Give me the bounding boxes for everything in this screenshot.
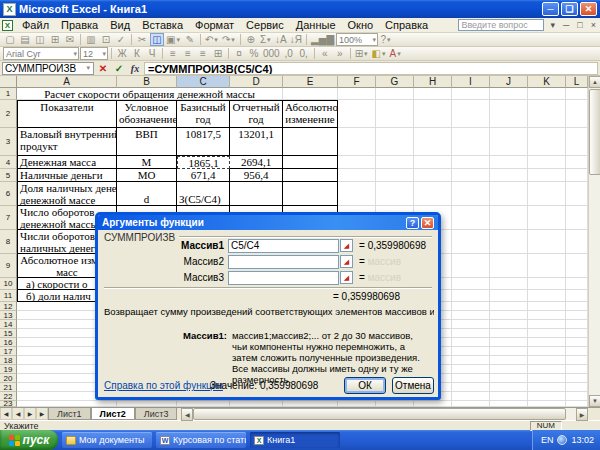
cell-L12[interactable] [566, 302, 588, 311]
merge-center-icon[interactable]: ⊞ [211, 47, 225, 60]
cancel-formula-icon[interactable]: ✕ [96, 62, 110, 75]
email-icon[interactable]: ✉ [63, 33, 77, 46]
dropdown-arrow-icon[interactable]: ▾ [386, 34, 392, 46]
copy-icon[interactable]: ◫ [150, 33, 164, 46]
cell-J20[interactable] [490, 374, 528, 383]
cell-D23[interactable] [230, 401, 283, 407]
cell-H23[interactable] [414, 401, 452, 407]
cell-C4[interactable]: 1865,1 [177, 156, 230, 169]
dropdown-arrow-icon[interactable]: ▾ [381, 48, 387, 60]
decrease-decimal-icon[interactable]: 0, [297, 47, 311, 60]
workbook-restore-icon[interactable]: □ [575, 19, 584, 31]
dropdown-arrow-icon[interactable]: ▾ [213, 34, 219, 46]
row-header-17[interactable]: 17 [0, 347, 17, 356]
insert-function-icon[interactable]: fx [128, 62, 142, 75]
range-selector-icon[interactable]: ◢ [340, 255, 353, 268]
cell-L9[interactable] [566, 254, 588, 278]
range-selector-icon[interactable]: ◢ [340, 271, 353, 284]
cell-J18[interactable] [490, 356, 528, 365]
cell-L3[interactable] [566, 128, 588, 156]
cell-J10[interactable] [490, 278, 528, 290]
cell-B5[interactable]: МО [117, 169, 177, 182]
cell-B4[interactable]: М [117, 156, 177, 169]
question-box[interactable]: Введите вопрос [458, 19, 544, 31]
array3-input[interactable] [228, 271, 339, 285]
cell-F1[interactable] [338, 88, 376, 100]
cell-F4[interactable] [338, 156, 376, 169]
cell-F3[interactable] [338, 128, 376, 156]
cell-I15[interactable] [452, 329, 490, 338]
cell-C5[interactable]: 671,4 [177, 169, 230, 182]
cell-K7[interactable] [528, 206, 566, 230]
cell-L4[interactable] [566, 156, 588, 169]
function-help-link[interactable]: Справка по этой функции [104, 380, 223, 391]
cell-L11[interactable] [566, 290, 588, 302]
cell-C2[interactable]: Базисный год [177, 100, 230, 128]
cell-C3[interactable]: 10817,5 [177, 128, 230, 156]
col-header-H[interactable]: H [414, 76, 452, 88]
cell-J14[interactable] [490, 320, 528, 329]
print-icon[interactable]: ▥ [84, 33, 98, 46]
cell-E1[interactable] [283, 88, 338, 100]
cell-I17[interactable] [452, 347, 490, 356]
select-all-corner[interactable] [0, 76, 17, 88]
cell-C23[interactable] [177, 401, 230, 407]
borders-icon[interactable]: ⊞▾ [354, 47, 370, 60]
cell-I16[interactable] [452, 338, 490, 347]
menu-item-2[interactable]: Правка [55, 18, 104, 32]
permission-icon[interactable]: ⊞ [48, 33, 62, 46]
menu-item-5[interactable]: Формат [189, 18, 240, 32]
cell-B2[interactable]: Условное обозначение [117, 100, 177, 128]
restore-button[interactable]: ❏ [561, 2, 578, 16]
sort-ascending-icon[interactable]: ↓А [274, 33, 288, 46]
cell-K13[interactable] [528, 311, 566, 320]
cell-L18[interactable] [566, 356, 588, 365]
sheet-tab-3[interactable]: Лист3 [135, 408, 178, 420]
workbook-close-icon[interactable]: × [589, 19, 598, 31]
row-header-14[interactable]: 14 [0, 320, 17, 329]
row-header-10[interactable]: 10 [0, 278, 17, 290]
cell-K5[interactable] [528, 169, 566, 182]
dropdown-arrow-icon[interactable]: ▾ [230, 34, 236, 46]
dropdown-arrow-icon[interactable]: ▾ [363, 48, 369, 60]
cell-K10[interactable] [528, 278, 566, 290]
cell-I5[interactable] [452, 169, 490, 182]
hyperlink-icon[interactable]: ⊕ [244, 33, 258, 46]
cell-E3[interactable] [283, 128, 338, 156]
format-painter-icon[interactable]: ✎ [183, 33, 197, 46]
cell-J13[interactable] [490, 311, 528, 320]
language-indicator[interactable]: EN [541, 435, 554, 445]
cell-I21[interactable] [452, 383, 490, 392]
cell-D2[interactable]: Отчетный год [230, 100, 283, 128]
tab-scroll-prev-icon[interactable]: ◀ [12, 408, 24, 420]
underline-button[interactable]: Ч [145, 47, 159, 60]
font-color-icon[interactable]: А▾ [389, 47, 403, 60]
row-header-11[interactable]: 11 [0, 290, 17, 302]
cell-K21[interactable] [528, 383, 566, 392]
align-center-icon[interactable]: ≡ [181, 47, 195, 60]
help-icon[interactable]: ?▾ [379, 33, 393, 46]
cell-L20[interactable] [566, 374, 588, 383]
cell-I2[interactable] [452, 100, 490, 128]
cell-F23[interactable] [338, 401, 376, 407]
sort-descending-icon[interactable]: ↓Я [289, 33, 303, 46]
menu-item-7[interactable]: Данные [290, 18, 342, 32]
autosum-icon[interactable]: Σ▾ [259, 33, 273, 46]
save-icon[interactable]: ◫ [33, 33, 47, 46]
col-header-E[interactable]: E [283, 76, 338, 88]
vertical-scroll-thumb[interactable] [589, 89, 600, 175]
spelling-icon[interactable]: ✓ [114, 33, 128, 46]
dialog-close-icon[interactable]: ✕ [421, 217, 434, 229]
cell-E23[interactable] [283, 401, 338, 407]
cell-K23[interactable] [528, 401, 566, 407]
row-header-12[interactable]: 12 [0, 302, 17, 311]
row-header-21[interactable]: 21 [0, 383, 17, 392]
cell-G5[interactable] [376, 169, 414, 182]
cell-F5[interactable] [338, 169, 376, 182]
increase-indent-icon[interactable]: » [333, 47, 347, 60]
col-header-G[interactable]: G [376, 76, 414, 88]
cell-E2[interactable]: Абсолютное изменение [283, 100, 338, 128]
redo-icon[interactable]: ↷▾ [221, 33, 237, 46]
cell-K9[interactable] [528, 254, 566, 278]
cell-I9[interactable] [452, 254, 490, 278]
